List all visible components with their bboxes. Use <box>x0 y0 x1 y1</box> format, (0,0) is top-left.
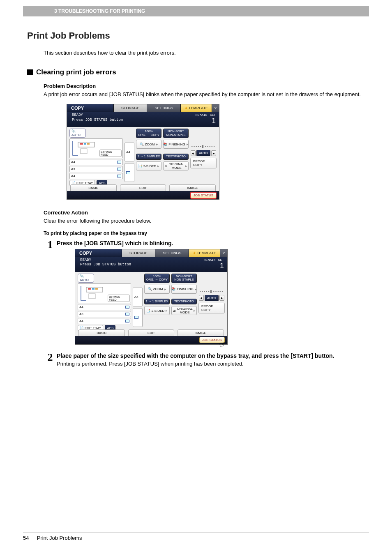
status-right: REMAINSET 1 <box>196 113 216 125</box>
step-number: 1 <box>44 240 57 348</box>
tab-copy[interactable]: COPY <box>75 249 122 257</box>
tab-basic[interactable]: BASIC <box>70 184 117 191</box>
twosided-button[interactable]: 📑 2-SIDED▸ <box>136 161 161 170</box>
auto-pill[interactable]: 📎 AUTO <box>69 129 86 138</box>
tab-edit[interactable]: EDIT <box>128 329 175 336</box>
rocker-right-icon[interactable]: ▸ <box>219 295 224 301</box>
sort-header: NON-SORT NON-STAPLE <box>163 129 189 138</box>
tray-icon <box>125 306 129 309</box>
col-mid-trays: A4 <box>133 274 143 327</box>
page-footer: 54 Print Job Problems <box>23 532 369 541</box>
origmode-button[interactable]: 🗂 ORIGINAL MODE▸ <box>171 306 197 315</box>
tab-image[interactable]: IMAGE <box>178 329 224 336</box>
panel-body: 📎 AUTO BYPASS FEED <box>75 272 227 329</box>
mid-tray-icon[interactable] <box>125 163 134 182</box>
copier-panel: COPY STORAGE SETTINGS ★TEMPLATE ? READY … <box>67 104 219 200</box>
tray-a4[interactable]: A4 <box>78 304 131 310</box>
tab-template[interactable]: ★TEMPLATE <box>189 249 219 257</box>
bypass-feed-label: BYPASS FEED <box>99 150 122 157</box>
svg-rect-4 <box>81 149 87 154</box>
zoom-button[interactable]: 🔍 ZOOM▸ <box>136 140 161 149</box>
tab-image[interactable]: IMAGE <box>169 184 216 191</box>
status-right: REMAINSET 1 <box>204 258 224 270</box>
method-label: To print by placing paper on the bypass … <box>44 230 369 236</box>
corrective-text: Clear the error following the procedure … <box>44 217 369 225</box>
step-title: Place paper of the size specified with t… <box>57 352 369 359</box>
remain-label: REMAIN <box>196 113 208 117</box>
textphoto-header: TEXT/PHOTO <box>171 299 197 305</box>
status-msg: Press JOB STATUS button <box>72 118 123 123</box>
svg-rect-3 <box>87 143 90 145</box>
status-ready: READY <box>72 113 123 118</box>
col-right: ▪▪▪▪▪▮▪▪▪▪▪ ◂ AUTO ▸ PROOF COPY <box>190 129 217 182</box>
panel-footer: JOB STATUS ☞ <box>75 336 227 344</box>
footer-label: Print Job Problems <box>37 535 82 541</box>
step-number: 2 <box>44 352 57 368</box>
bypass-feed-label: BYPASS FEED <box>108 295 130 302</box>
tray-a3[interactable]: A3 <box>69 166 123 172</box>
step-1: 1 Press the [JOB STATUS] which is blinki… <box>44 240 369 348</box>
chevron-right-icon: ▸ <box>156 142 158 146</box>
col-trays: 📎 AUTO BYPASS FEED <box>69 129 123 182</box>
printer-icon <box>71 139 99 157</box>
zoom-header: 100% ORG. → COPY <box>144 274 170 283</box>
status-ready: READY <box>80 258 131 263</box>
job-status-button[interactable]: JOB STATUS <box>190 192 217 199</box>
status-msg: Press JOB STATUS button <box>80 263 131 267</box>
rocker-left-icon[interactable]: ◂ <box>191 150 196 156</box>
proof-copy-button[interactable]: PROOF COPY <box>190 158 217 168</box>
set-count: 1 <box>204 262 224 270</box>
zoom-button[interactable]: 🔍 ZOOM▸ <box>144 285 170 294</box>
mid-tray-icon[interactable] <box>133 308 143 327</box>
col-finish: NON-SORT NON-STAPLE 📚 FINISHING▸ TEXT/PH… <box>163 129 189 182</box>
svg-rect-2 <box>84 143 86 145</box>
finishing-button[interactable]: 📚 FINISHING▸ <box>171 285 197 294</box>
set-label: SET <box>218 258 224 262</box>
simplex-header: 1 → 1 SIMPLEX <box>144 299 170 305</box>
auto-pill[interactable]: 📎 AUTO <box>78 274 94 283</box>
tray-a4b[interactable]: A4 <box>69 173 123 179</box>
mid-tray-a4[interactable]: A4 <box>133 288 143 306</box>
problem-text: A print job error occurs and [JOB STATUS… <box>44 91 369 98</box>
tray-a4[interactable]: A4 <box>69 159 123 165</box>
svg-rect-8 <box>95 288 98 290</box>
tab-template[interactable]: ★TEMPLATE <box>180 104 211 112</box>
svg-rect-6 <box>88 288 91 290</box>
finishing-button[interactable]: 📚 FINISHING▸ <box>163 140 189 149</box>
chevron-right-icon: ▸ <box>166 309 168 313</box>
svg-rect-7 <box>92 288 95 290</box>
status-left: READY Press JOB STATUS button <box>80 258 131 270</box>
pointer-cursor-icon: ☞ <box>218 339 228 350</box>
tray-icon <box>134 316 138 319</box>
rocker-left-icon[interactable]: ◂ <box>199 295 204 301</box>
col-zoom: 100% ORG. → COPY 🔍 ZOOM▸ 1 → 1 SIMPLEX 📑… <box>144 274 170 327</box>
rocker-auto-label: AUTO <box>205 295 219 301</box>
tab-settings[interactable]: SETTINGS <box>147 104 180 112</box>
tray-icon <box>126 171 130 174</box>
page-number: 54 <box>23 535 35 541</box>
twosided-button[interactable]: 📑 2-SIDED▸ <box>144 306 170 315</box>
tray-a3[interactable]: A3 <box>78 311 131 317</box>
corrective-label: Corrective Action <box>44 210 369 216</box>
tab-basic[interactable]: BASIC <box>78 329 125 336</box>
proof-copy-button[interactable]: PROOF COPY <box>198 303 225 313</box>
help-button[interactable]: ? <box>220 249 228 257</box>
tab-copy[interactable]: COPY <box>67 104 113 112</box>
tab-storage[interactable]: STORAGE <box>113 104 147 112</box>
tray-a4b[interactable]: A4 <box>78 318 131 324</box>
origmode-button[interactable]: 🗂 ORIGINAL MODE▸ <box>163 161 189 170</box>
auto-rocker[interactable]: ◂ AUTO ▸ <box>191 150 216 156</box>
chevron-right-icon: ▸ <box>194 309 196 313</box>
tab-settings[interactable]: SETTINGS <box>155 249 189 257</box>
tab-edit[interactable]: EDIT <box>120 184 166 191</box>
tray-icon <box>117 175 121 177</box>
help-button[interactable]: ? <box>212 104 219 112</box>
chevron-right-icon: ▸ <box>187 142 189 146</box>
auto-rocker[interactable]: ◂ AUTO ▸ <box>199 295 224 301</box>
col-right: ▪▪▪▪▪▮▪▪▪▪▪ ◂ AUTO ▸ PROOF COPY <box>198 274 225 327</box>
mid-tray-a4[interactable]: A4 <box>125 143 134 161</box>
rocker-auto-label: AUTO <box>196 150 210 156</box>
rocker-right-icon[interactable]: ▸ <box>211 150 216 156</box>
step-title: Press the [JOB STATUS] which is blinking… <box>57 240 369 247</box>
tab-storage[interactable]: STORAGE <box>122 249 155 257</box>
